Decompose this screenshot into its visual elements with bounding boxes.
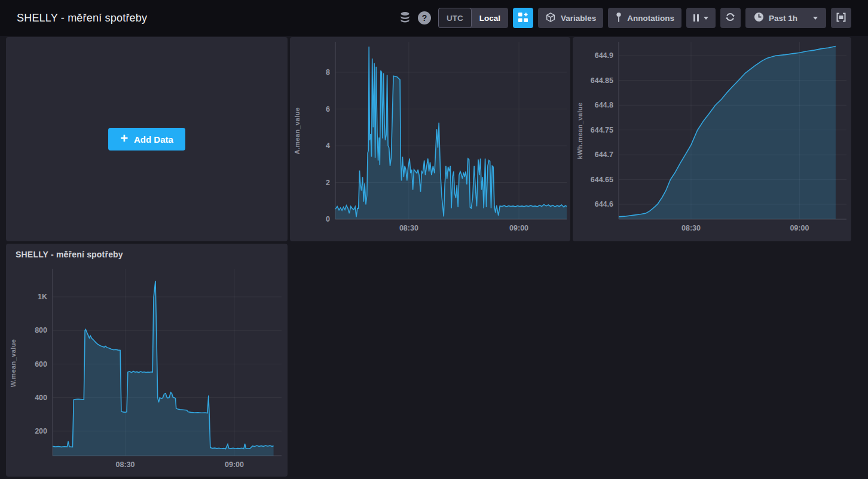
amp-chart[interactable]: 0246808:3009:00 [290,37,570,241]
watt-chart-panel: SHELLY - měření spotřeby W.mean_value 20… [6,244,288,477]
svg-text:2: 2 [326,179,330,187]
database-icon[interactable] [399,11,411,24]
empty-cell-panel: + Add Data [6,37,288,241]
svg-text:8: 8 [326,68,330,76]
header-bar: SHELLY - měření spotřeby ? UTC Local [0,0,868,36]
pause-icon [693,14,699,22]
svg-text:644.65: 644.65 [591,176,613,184]
svg-text:400: 400 [35,394,47,402]
svg-text:09:00: 09:00 [225,460,244,469]
refresh-button[interactable] [720,8,741,28]
svg-text:4: 4 [326,142,330,150]
refresh-icon [725,11,736,24]
svg-text:600: 600 [35,360,47,369]
svg-text:1K: 1K [38,293,47,301]
time-range-dropdown[interactable]: Past 1h [745,8,826,28]
add-cell-icon [518,13,528,24]
add-cell-button[interactable] [513,8,533,28]
dashboard-screen: SHELLY - měření spotřeby ? UTC Local [0,0,868,479]
cell-title[interactable]: SHELLY - měření spotřeby [16,250,123,259]
svg-text:644.85: 644.85 [591,76,613,85]
pause-dropdown-button[interactable] [686,8,716,28]
annotations-label: Annotations [627,14,674,23]
svg-text:644.9: 644.9 [595,51,613,60]
timezone-option-utc[interactable]: UTC [438,8,472,28]
svg-text:08:30: 08:30 [681,224,701,232]
kwh-chart-panel: kWh.mean_value 644.6644.65644.7644.75644… [573,37,851,241]
cube-icon [545,12,556,24]
svg-text:200: 200 [35,427,47,435]
add-data-label: Add Data [134,134,173,145]
svg-text:6: 6 [326,105,330,113]
svg-text:08:30: 08:30 [116,460,135,469]
svg-text:644.8: 644.8 [595,101,613,109]
timezone-option-local[interactable]: Local [472,8,508,28]
kwh-chart[interactable]: 644.6644.65644.7644.75644.8644.85644.908… [573,37,851,241]
annotations-button[interactable]: Annotations [608,8,681,28]
svg-text:644.6: 644.6 [595,200,613,208]
dashboard-title: SHELLY - měření spotřeby [17,12,147,24]
toolbar: ? UTC Local [399,8,851,28]
plus-icon: + [120,132,128,145]
time-range-label: Past 1h [769,14,797,23]
svg-text:644.7: 644.7 [595,151,613,159]
svg-text:800: 800 [35,326,47,334]
svg-text:09:00: 09:00 [509,224,528,232]
svg-text:09:00: 09:00 [790,224,809,232]
chevron-down-icon [704,17,708,22]
chevron-down-icon [813,17,818,22]
svg-text:0: 0 [326,215,330,223]
svg-text:644.75: 644.75 [591,126,613,134]
fullscreen-button[interactable] [831,8,851,28]
timezone-toggle[interactable]: UTC Local [438,8,508,28]
svg-text:08:30: 08:30 [399,224,418,232]
variables-button[interactable]: Variables [538,8,603,28]
variables-label: Variables [561,14,596,23]
annotation-pin-icon [615,12,622,24]
amp-chart-panel: A.mean_value 0246808:3009:00 [290,37,570,241]
fullscreen-icon [835,11,847,25]
help-icon[interactable]: ? [418,11,431,24]
watt-chart[interactable]: 2004006008001K08:3009:00 [6,259,288,477]
add-data-button[interactable]: + Add Data [108,128,185,151]
clock-icon [754,12,764,24]
